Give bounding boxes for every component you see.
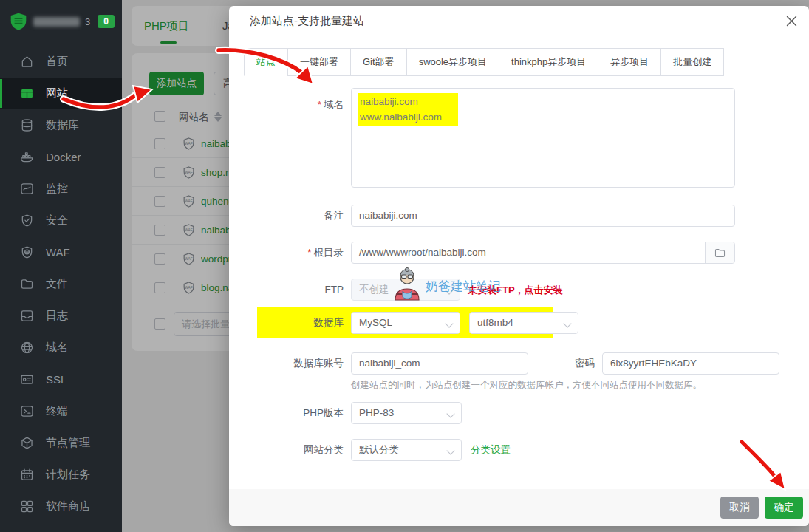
logo-row: 3 0: [0, 0, 122, 38]
monitor-icon: [18, 181, 35, 197]
files-icon: [18, 276, 35, 293]
highlighted-domain-text: naibabiji.com www.naibabiji.com: [358, 93, 458, 126]
db-password-label: 密码: [550, 352, 595, 375]
required-mark: *: [318, 99, 321, 110]
category-settings-link[interactable]: 分类设置: [471, 439, 511, 461]
sidebar-item-label: 终端: [46, 404, 68, 418]
security-icon: [18, 213, 35, 229]
folder-browse-button[interactable]: [705, 242, 734, 263]
database-label: 数据库: [262, 312, 344, 334]
remark-input[interactable]: naibabiji.com: [351, 205, 735, 227]
domain-icon: [18, 340, 35, 356]
domain-label: *域名: [262, 98, 344, 112]
docker-icon: [18, 149, 35, 166]
sidebar-item-home[interactable]: 首页: [0, 46, 122, 78]
db-help-text: 创建站点的同时，为站点创建一个对应的数据库帐户，方便不同站点使用不同数据库。: [351, 379, 702, 392]
sidebar-item-label: 计划任务: [46, 468, 90, 482]
terminal-icon: [18, 403, 35, 420]
category-label: 网站分类: [262, 439, 344, 461]
website-icon: [18, 86, 35, 102]
database-icon: [18, 117, 35, 134]
sidebar-item-label: 文件: [46, 277, 68, 291]
sidebar-item-label: 监控: [46, 182, 68, 196]
sidebar-item-label: 日志: [46, 309, 68, 323]
root-input-group: /www/wwwroot/naibabiji.com: [351, 242, 735, 264]
sidebar-item-waf[interactable]: WAF: [0, 236, 122, 268]
tab-swoole-async[interactable]: swoole异步项目: [406, 48, 499, 76]
sidebar-item-ssl[interactable]: SSL: [0, 364, 122, 395]
db-password-input[interactable]: 6ix8yyrtEHEbKaDY: [602, 352, 779, 375]
root-path-input[interactable]: /www/wwwroot/naibabiji.com: [352, 242, 705, 263]
sidebar-item-label: SSL: [46, 373, 66, 386]
required-mark: *: [307, 247, 311, 258]
db-account-input[interactable]: naibabiji_com: [351, 352, 528, 375]
sidebar-item-label: 安全: [46, 214, 68, 228]
server-name-suffix: 3: [85, 16, 90, 27]
sidebar-item-label: 网站: [46, 86, 68, 100]
dialog-title: 添加站点-支持批量建站: [250, 6, 364, 35]
dialog-header: 添加站点-支持批量建站: [229, 6, 809, 35]
tab-batch-create[interactable]: 批量创建: [660, 48, 724, 76]
dialog-footer: 取消 确定: [229, 489, 809, 526]
logs-icon: [18, 308, 35, 324]
sidebar-item-security[interactable]: 安全: [0, 205, 122, 236]
sidebar-item-domain[interactable]: 域名: [0, 332, 122, 364]
sidebar-item-label: Docker: [46, 151, 81, 163]
dialog-tabs: 站点 一键部署 Git部署 swoole异步项目 thinkphp异步项目 异步…: [244, 48, 724, 76]
ftp-label: FTP: [262, 279, 344, 301]
server-name-blurred[interactable]: [33, 17, 80, 27]
sidebar-item-appstore[interactable]: 软件商店: [0, 491, 122, 522]
sidebar-item-label: 域名: [46, 341, 68, 355]
sidebar-nav: 首页 网站 数据库 Docker 监控 安全 WAF 文件: [0, 46, 122, 522]
sidebar-item-logs[interactable]: 日志: [0, 300, 122, 332]
sidebar-item-label: WAF: [46, 246, 70, 259]
sidebar-item-label: 数据库: [46, 118, 79, 132]
sidebar-item-terminal[interactable]: 终端: [0, 395, 122, 427]
sidebar-item-files[interactable]: 文件: [0, 268, 122, 300]
confirm-button[interactable]: 确定: [765, 497, 803, 519]
sidebar-item-docker[interactable]: Docker: [0, 141, 122, 173]
tab-site[interactable]: 站点: [244, 48, 288, 76]
add-site-dialog: 添加站点-支持批量建站 站点 一键部署 Git部署 swoole异步项目 thi…: [229, 6, 809, 526]
tab-async-project[interactable]: 异步项目: [598, 48, 661, 76]
database-charset-select[interactable]: utf8mb4: [469, 312, 578, 334]
sidebar-item-node-manage[interactable]: 节点管理: [0, 427, 122, 459]
waf-icon: [18, 245, 35, 261]
cancel-button[interactable]: 取消: [720, 497, 759, 519]
domain-textarea[interactable]: naibabiji.com www.naibabiji.com: [351, 88, 735, 188]
php-version-select[interactable]: PHP-83: [351, 402, 462, 424]
tab-thinkphp-async[interactable]: thinkphp异步项目: [499, 48, 598, 76]
schedule-icon: [18, 467, 35, 483]
sidebar-item-website[interactable]: 网站: [0, 78, 122, 109]
sidebar-item-label: 首页: [46, 55, 68, 69]
watermark-avatar-icon: [389, 266, 425, 301]
root-label: *根目录: [262, 242, 344, 264]
sidebar-item-monitor[interactable]: 监控: [0, 173, 122, 205]
ssl-icon: [18, 372, 35, 388]
home-icon: [18, 54, 35, 70]
panel-logo-icon: [9, 12, 28, 31]
category-select[interactable]: 默认分类: [351, 439, 462, 461]
watermark-text: 奶爸建站笔记: [426, 278, 501, 295]
sidebar-item-database[interactable]: 数据库: [0, 109, 122, 141]
node-icon: [18, 435, 35, 451]
database-type-select[interactable]: MySQL: [351, 312, 460, 334]
php-version-label: PHP版本: [262, 402, 344, 424]
remark-label: 备注: [262, 205, 344, 227]
appstore-icon: [18, 499, 35, 515]
sidebar-item-label: 软件商店: [46, 499, 90, 514]
db-account-label: 数据库账号: [262, 352, 344, 375]
sidebar-item-cron[interactable]: 计划任务: [0, 459, 122, 491]
sidebar-item-label: 节点管理: [46, 436, 90, 450]
tab-git-deploy[interactable]: Git部署: [350, 48, 407, 76]
close-icon[interactable]: [782, 12, 800, 30]
message-count-badge[interactable]: 0: [98, 15, 115, 28]
tab-one-click-deploy[interactable]: 一键部署: [287, 48, 351, 76]
sidebar: 3 0 首页 网站 数据库 Docker 监控 安全 WAF: [0, 0, 122, 532]
